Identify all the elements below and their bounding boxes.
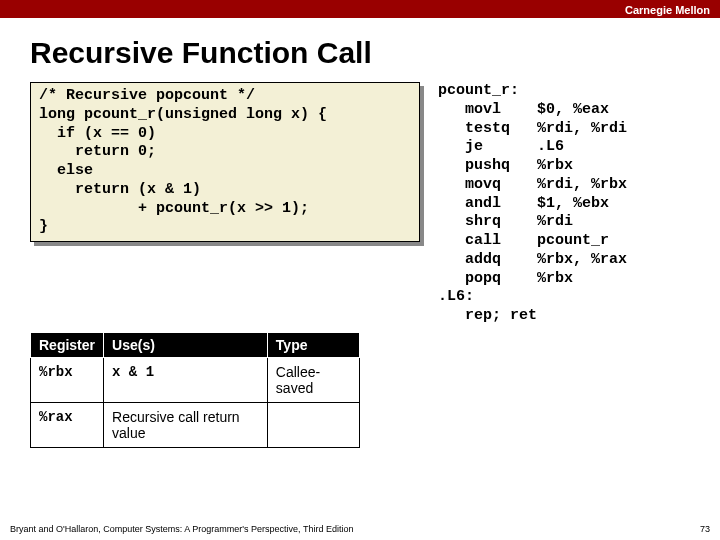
- left-column: /* Recursive popcount */ long pcount_r(u…: [30, 82, 420, 448]
- cell-type: [267, 403, 359, 448]
- brand-bar: Carnegie Mellon: [0, 0, 720, 18]
- c-code: /* Recursive popcount */ long pcount_r(u…: [30, 82, 420, 242]
- register-table: Register Use(s) Type %rbx x & 1 Callee-s…: [30, 332, 360, 448]
- code-box-wrap: /* Recursive popcount */ long pcount_r(u…: [30, 82, 420, 242]
- brand-text: Carnegie Mellon: [625, 4, 710, 16]
- cell-type: Callee-saved: [267, 358, 359, 403]
- slide-title: Recursive Function Call: [0, 18, 720, 82]
- th-uses: Use(s): [104, 333, 268, 358]
- cell-reg: %rax: [31, 403, 104, 448]
- footer: Bryant and O'Hallaron, Computer Systems:…: [10, 524, 710, 534]
- page-number: 73: [700, 524, 710, 534]
- th-register: Register: [31, 333, 104, 358]
- cell-reg: %rbx: [31, 358, 104, 403]
- footer-citation: Bryant and O'Hallaron, Computer Systems:…: [10, 524, 353, 534]
- table-row: %rax Recursive call return value: [31, 403, 360, 448]
- th-type: Type: [267, 333, 359, 358]
- cell-use: x & 1: [104, 358, 268, 403]
- table-header-row: Register Use(s) Type: [31, 333, 360, 358]
- content-area: /* Recursive popcount */ long pcount_r(u…: [0, 82, 720, 448]
- assembly-code: pcount_r: movl $0, %eax testq %rdi, %rdi…: [438, 82, 627, 448]
- cell-use: Recursive call return value: [104, 403, 268, 448]
- table-row: %rbx x & 1 Callee-saved: [31, 358, 360, 403]
